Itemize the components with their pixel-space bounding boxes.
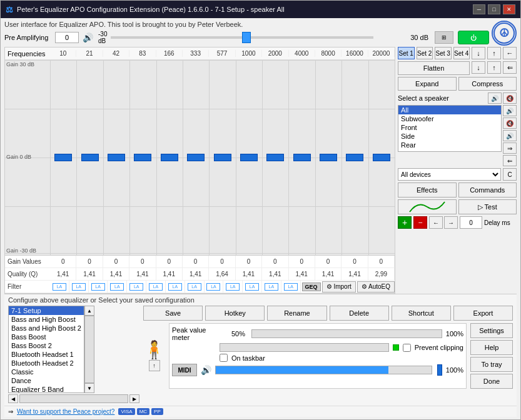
eq-band-7[interactable]	[209, 60, 235, 255]
save-button[interactable]: Save	[143, 306, 203, 321]
minimize-button[interactable]: ─	[473, 4, 485, 14]
filter-7[interactable]: LA	[166, 281, 185, 293]
set2-button[interactable]: Set 2	[417, 47, 433, 59]
eq-thumb-8[interactable]	[240, 154, 258, 161]
filter-2[interactable]: LA	[69, 281, 89, 293]
filter-11[interactable]: LA	[243, 281, 262, 293]
to-tray-button[interactable]: To tray	[470, 357, 513, 372]
eq-band-13[interactable]	[368, 60, 395, 255]
filter-10[interactable]: LA	[223, 281, 243, 293]
test-button[interactable]: ▷ Test	[458, 199, 517, 214]
eq-band-4[interactable]	[129, 60, 156, 255]
speaker-icon-1[interactable]: 🔊	[488, 92, 502, 104]
support-link[interactable]: Want to support the Peace project?	[17, 408, 114, 415]
q-val-6[interactable]: 1,41	[183, 268, 209, 281]
gain-val-3[interactable]: 0	[103, 256, 129, 268]
q-val-4[interactable]: 1,41	[129, 268, 156, 281]
q-val-12[interactable]: 1,41	[341, 268, 368, 281]
eq-band-10[interactable]	[289, 60, 315, 255]
q-val-7[interactable]: 1,64	[209, 268, 235, 281]
speaker-front[interactable]: Front	[398, 123, 501, 132]
filter-1[interactable]: LA	[50, 281, 69, 293]
curve-icon[interactable]	[398, 199, 457, 214]
preset-bluetooth-2[interactable]: Bluetooth Headset 2	[9, 359, 84, 368]
filter-3[interactable]: LA	[89, 281, 108, 293]
volume-slider-thumb[interactable]	[437, 364, 442, 376]
speaker-rear[interactable]: Rear	[398, 141, 501, 149]
gain-val-5[interactable]: 0	[156, 256, 183, 268]
q-val-3[interactable]: 1,41	[103, 268, 129, 281]
preset-classic[interactable]: Classic	[9, 368, 84, 376]
geq-button[interactable]: GEQ	[302, 282, 321, 291]
help-button[interactable]: Help	[470, 340, 513, 355]
close-button[interactable]: ✕	[503, 4, 515, 14]
hotkey-button[interactable]: Hotkey	[205, 306, 265, 321]
filter-8[interactable]: LA	[185, 281, 205, 293]
delete-button[interactable]: Delete	[330, 306, 389, 321]
gain-val-6[interactable]: 0	[183, 256, 209, 268]
filter-9[interactable]: LA	[205, 281, 224, 293]
c-button[interactable]: C	[503, 168, 517, 181]
set4-button[interactable]: Set 4	[453, 47, 470, 59]
preset-bass-high-boost-2[interactable]: Bass and High Boost 2	[9, 324, 84, 332]
titlebar-controls[interactable]: ─ □ ✕	[473, 4, 515, 14]
pre-amp-input[interactable]	[55, 32, 79, 43]
flatten-button[interactable]: Flatten	[398, 61, 470, 75]
gain-val-13[interactable]: 0	[368, 256, 395, 268]
eq-thumb-9[interactable]	[266, 154, 284, 161]
scroll-up-btn[interactable]: ▲	[84, 306, 94, 316]
speaker-side[interactable]: Side	[398, 132, 501, 141]
eq-band-5[interactable]	[156, 60, 183, 255]
eq-thumb-6[interactable]	[187, 154, 205, 161]
settings-button[interactable]: Settings	[470, 323, 513, 338]
commands-button[interactable]: Commands	[458, 182, 517, 198]
preset-dance[interactable]: Dance	[9, 376, 84, 385]
horizontal-scroll-left[interactable]: ◀	[8, 394, 18, 403]
nav-right-btn[interactable]: →	[444, 216, 458, 229]
arrow-up-btn[interactable]: ↑	[487, 47, 501, 59]
eq-thumb-5[interactable]	[161, 154, 178, 161]
eq-band-11[interactable]	[315, 60, 341, 255]
speaker-btn-3[interactable]: 🔊	[503, 130, 517, 141]
q-val-13[interactable]: 2,99	[368, 268, 395, 281]
speaker-subwoofer[interactable]: Subwoofer	[398, 114, 501, 123]
export-button[interactable]: Export	[453, 306, 513, 321]
midi-button[interactable]: MIDI	[172, 364, 197, 376]
arrow-down-btn[interactable]: ↓	[472, 47, 485, 59]
compress-button[interactable]: Compress	[458, 77, 517, 91]
filter-5[interactable]: LA	[127, 281, 146, 293]
nav-left-btn[interactable]: ←	[429, 216, 443, 229]
maximize-button[interactable]: □	[488, 4, 500, 14]
eq-band-2[interactable]	[76, 60, 103, 255]
eq-band-8[interactable]	[236, 60, 262, 255]
speaker-all[interactable]: All	[398, 106, 501, 114]
speaker-icon[interactable]: 🔊	[83, 32, 93, 42]
eq-band-6[interactable]	[183, 60, 209, 255]
q-val-11[interactable]: 1,41	[315, 268, 341, 281]
eq-band-1[interactable]	[50, 60, 76, 255]
horizontal-scrollbar[interactable]	[19, 394, 128, 403]
gain-val-4[interactable]: 0	[129, 256, 156, 268]
speaker-btn-5[interactable]: ⇐	[503, 155, 517, 166]
scroll-down-btn[interactable]: ▼	[84, 383, 94, 393]
preset-list[interactable]: 7-1 Setup Bass and High Boost Bass and H…	[8, 306, 84, 393]
preset-eq-5band[interactable]: Equalizer 5 Band	[9, 385, 84, 393]
gain-val-2[interactable]: 0	[76, 256, 103, 268]
delay-input[interactable]	[460, 216, 482, 229]
gain-val-7[interactable]: 0	[209, 256, 235, 268]
flatten-arrow-up-btn[interactable]: ↑	[487, 61, 501, 74]
figure-arrow-up[interactable]: ↑	[149, 360, 160, 371]
preset-7-1-setup[interactable]: 7-1 Setup	[9, 306, 84, 315]
gain-val-12[interactable]: 0	[341, 256, 368, 268]
volume-icon[interactable]: 🔊	[201, 365, 211, 375]
autoeq-button[interactable]: ⚙ AutoEQ	[357, 281, 395, 292]
q-val-8[interactable]: 1,41	[236, 268, 262, 281]
arrow-left-btn[interactable]: ←	[503, 47, 517, 59]
eq-thumb-13[interactable]	[373, 154, 390, 161]
flatten-arrow-left-btn[interactable]: ⇐	[503, 61, 517, 74]
preset-bass-boost[interactable]: Bass Boost	[9, 332, 84, 341]
eq-thumb-1[interactable]	[54, 154, 72, 161]
q-val-1[interactable]: 1,41	[50, 268, 76, 281]
gain-val-10[interactable]: 0	[289, 256, 315, 268]
gain-val-8[interactable]: 0	[236, 256, 262, 268]
